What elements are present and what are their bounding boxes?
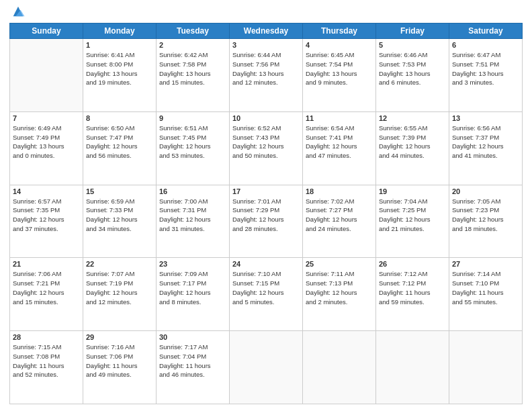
day-number: 25 [306, 260, 373, 268]
cell-info: Sunrise: 7:04 AMSunset: 7:25 PMDaylight:… [379, 197, 446, 234]
calendar-cell: 21Sunrise: 7:06 AMSunset: 7:21 PMDayligh… [10, 258, 83, 331]
cell-info: Sunrise: 6:44 AMSunset: 7:56 PMDaylight:… [232, 50, 300, 87]
day-number: 6 [452, 41, 519, 49]
logo-icon [11, 4, 26, 19]
calendar-cell [230, 331, 303, 404]
calendar-cell: 29Sunrise: 7:16 AMSunset: 7:06 PMDayligh… [83, 331, 157, 404]
cell-info: Sunrise: 6:55 AMSunset: 7:39 PMDaylight:… [379, 124, 446, 161]
day-number: 2 [159, 41, 226, 49]
calendar-cell: 6Sunrise: 6:47 AMSunset: 7:51 PMDaylight… [449, 39, 523, 112]
cell-info: Sunrise: 7:02 AMSunset: 7:27 PMDaylight:… [306, 197, 373, 234]
day-number: 28 [13, 333, 80, 341]
calendar-cell: 4Sunrise: 6:45 AMSunset: 7:54 PMDaylight… [303, 39, 376, 112]
calendar-cell: 11Sunrise: 6:54 AMSunset: 7:41 PMDayligh… [303, 111, 376, 185]
calendar-cell: 3Sunrise: 6:44 AMSunset: 7:56 PMDaylight… [230, 39, 303, 112]
cell-info: Sunrise: 6:57 AMSunset: 7:35 PMDaylight:… [13, 197, 80, 234]
calendar-cell: 15Sunrise: 6:59 AMSunset: 7:33 PMDayligh… [83, 185, 157, 258]
cell-info: Sunrise: 7:00 AMSunset: 7:31 PMDaylight:… [159, 197, 226, 234]
weekday-header-thursday: Thursday [303, 24, 376, 39]
day-number: 4 [306, 41, 373, 49]
day-number: 29 [86, 333, 153, 341]
calendar-cell: 12Sunrise: 6:55 AMSunset: 7:39 PMDayligh… [376, 111, 449, 185]
week-row-5: 28Sunrise: 7:15 AMSunset: 7:08 PMDayligh… [10, 331, 523, 404]
day-number: 15 [86, 187, 153, 195]
cell-info: Sunrise: 7:11 AMSunset: 7:13 PMDaylight:… [306, 269, 373, 306]
calendar-cell: 5Sunrise: 6:46 AMSunset: 7:53 PMDaylight… [376, 39, 449, 112]
calendar-cell [376, 331, 449, 404]
weekday-header-tuesday: Tuesday [157, 24, 230, 39]
cell-info: Sunrise: 6:50 AMSunset: 7:47 PMDaylight:… [86, 124, 153, 161]
cell-info: Sunrise: 6:59 AMSunset: 7:33 PMDaylight:… [86, 197, 153, 234]
cell-info: Sunrise: 7:07 AMSunset: 7:19 PMDaylight:… [86, 269, 153, 306]
logo [9, 9, 26, 19]
calendar-cell: 14Sunrise: 6:57 AMSunset: 7:35 PMDayligh… [10, 185, 83, 258]
day-number: 11 [306, 114, 373, 122]
day-number: 7 [13, 114, 80, 122]
day-number: 13 [452, 114, 519, 122]
page: SundayMondayTuesdayWednesdayThursdayFrid… [0, 0, 532, 411]
calendar-cell: 2Sunrise: 6:42 AMSunset: 7:58 PMDaylight… [157, 39, 230, 112]
day-number: 19 [379, 187, 446, 195]
cell-info: Sunrise: 6:45 AMSunset: 7:54 PMDaylight:… [306, 50, 373, 87]
calendar-cell [303, 331, 376, 404]
calendar-cell: 10Sunrise: 6:52 AMSunset: 7:43 PMDayligh… [230, 111, 303, 185]
calendar-cell: 9Sunrise: 6:51 AMSunset: 7:45 PMDaylight… [157, 111, 230, 185]
weekday-header-row: SundayMondayTuesdayWednesdayThursdayFrid… [10, 24, 523, 39]
day-number: 26 [379, 260, 446, 268]
calendar-cell: 24Sunrise: 7:10 AMSunset: 7:15 PMDayligh… [230, 258, 303, 331]
cell-info: Sunrise: 6:51 AMSunset: 7:45 PMDaylight:… [159, 124, 226, 161]
cell-info: Sunrise: 7:16 AMSunset: 7:06 PMDaylight:… [86, 342, 153, 379]
cell-info: Sunrise: 6:42 AMSunset: 7:58 PMDaylight:… [159, 50, 226, 87]
header [9, 7, 523, 19]
cell-info: Sunrise: 7:06 AMSunset: 7:21 PMDaylight:… [13, 269, 80, 306]
calendar-cell: 7Sunrise: 6:49 AMSunset: 7:49 PMDaylight… [10, 111, 83, 185]
day-number: 21 [13, 260, 80, 268]
cell-info: Sunrise: 7:15 AMSunset: 7:08 PMDaylight:… [13, 342, 80, 379]
cell-info: Sunrise: 6:47 AMSunset: 7:51 PMDaylight:… [452, 50, 519, 87]
week-row-2: 7Sunrise: 6:49 AMSunset: 7:49 PMDaylight… [10, 111, 523, 185]
calendar-cell: 25Sunrise: 7:11 AMSunset: 7:13 PMDayligh… [303, 258, 376, 331]
cell-info: Sunrise: 6:46 AMSunset: 7:53 PMDaylight:… [379, 50, 446, 87]
day-number: 5 [379, 41, 446, 49]
calendar-cell: 28Sunrise: 7:15 AMSunset: 7:08 PMDayligh… [10, 331, 83, 404]
calendar-cell: 20Sunrise: 7:05 AMSunset: 7:23 PMDayligh… [449, 185, 523, 258]
day-number: 14 [13, 187, 80, 195]
calendar-cell: 30Sunrise: 7:17 AMSunset: 7:04 PMDayligh… [157, 331, 230, 404]
day-number: 20 [452, 187, 519, 195]
cell-info: Sunrise: 7:09 AMSunset: 7:17 PMDaylight:… [159, 269, 226, 306]
day-number: 23 [159, 260, 226, 268]
day-number: 27 [452, 260, 519, 268]
day-number: 18 [306, 187, 373, 195]
cell-info: Sunrise: 6:41 AMSunset: 8:00 PMDaylight:… [86, 50, 153, 87]
day-number: 17 [232, 187, 300, 195]
day-number: 9 [159, 114, 226, 122]
day-number: 12 [379, 114, 446, 122]
calendar-cell: 19Sunrise: 7:04 AMSunset: 7:25 PMDayligh… [376, 185, 449, 258]
calendar-cell: 8Sunrise: 6:50 AMSunset: 7:47 PMDaylight… [83, 111, 157, 185]
cell-info: Sunrise: 6:56 AMSunset: 7:37 PMDaylight:… [452, 124, 519, 161]
calendar-cell: 27Sunrise: 7:14 AMSunset: 7:10 PMDayligh… [449, 258, 523, 331]
calendar-cell: 26Sunrise: 7:12 AMSunset: 7:12 PMDayligh… [376, 258, 449, 331]
calendar-cell: 18Sunrise: 7:02 AMSunset: 7:27 PMDayligh… [303, 185, 376, 258]
weekday-header-friday: Friday [376, 24, 449, 39]
day-number: 22 [86, 260, 153, 268]
calendar-cell: 1Sunrise: 6:41 AMSunset: 8:00 PMDaylight… [83, 39, 157, 112]
day-number: 8 [86, 114, 153, 122]
cell-info: Sunrise: 7:17 AMSunset: 7:04 PMDaylight:… [159, 342, 226, 379]
cell-info: Sunrise: 7:05 AMSunset: 7:23 PMDaylight:… [452, 197, 519, 234]
weekday-header-saturday: Saturday [449, 24, 523, 39]
day-number: 10 [232, 114, 300, 122]
cell-info: Sunrise: 7:01 AMSunset: 7:29 PMDaylight:… [232, 197, 300, 234]
weekday-header-wednesday: Wednesday [230, 24, 303, 39]
cell-info: Sunrise: 6:49 AMSunset: 7:49 PMDaylight:… [13, 124, 80, 161]
day-number: 1 [86, 41, 153, 49]
cell-info: Sunrise: 6:54 AMSunset: 7:41 PMDaylight:… [306, 124, 373, 161]
cell-info: Sunrise: 7:12 AMSunset: 7:12 PMDaylight:… [379, 269, 446, 306]
weekday-header-sunday: Sunday [10, 24, 83, 39]
day-number: 3 [232, 41, 300, 49]
week-row-3: 14Sunrise: 6:57 AMSunset: 7:35 PMDayligh… [10, 185, 523, 258]
calendar-cell: 13Sunrise: 6:56 AMSunset: 7:37 PMDayligh… [449, 111, 523, 185]
day-number: 30 [159, 333, 226, 341]
week-row-1: 1Sunrise: 6:41 AMSunset: 8:00 PMDaylight… [10, 39, 523, 112]
week-row-4: 21Sunrise: 7:06 AMSunset: 7:21 PMDayligh… [10, 258, 523, 331]
